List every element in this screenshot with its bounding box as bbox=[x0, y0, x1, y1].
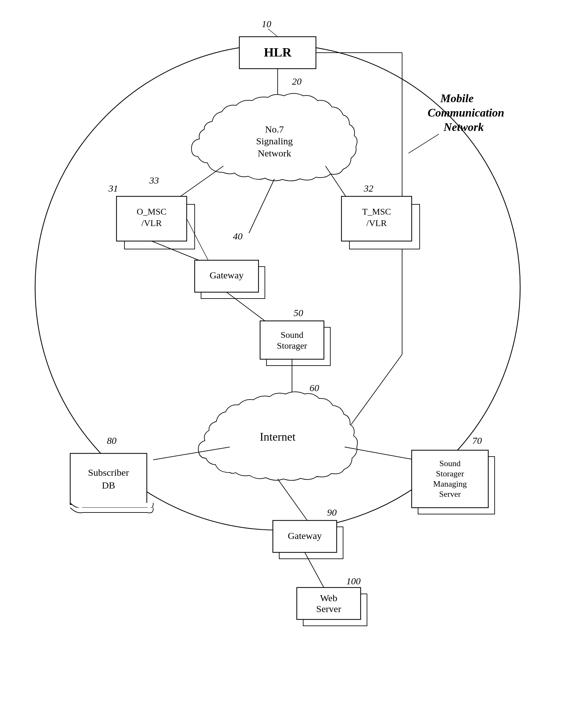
subdb-label-2: DB bbox=[102, 480, 115, 490]
subdb-box bbox=[70, 453, 147, 504]
ref-31: 31 bbox=[108, 183, 118, 193]
diagram-container: Mobile Communication Network 10 HLR 20 N… bbox=[0, 0, 584, 728]
sig-label-3: Network bbox=[258, 148, 291, 158]
ss50-label-1: Sound bbox=[281, 330, 303, 340]
internet-to-gw90 bbox=[277, 479, 310, 524]
ref-100: 100 bbox=[346, 576, 361, 586]
sig-label-1: No.7 bbox=[265, 124, 284, 134]
network-label-3: Network bbox=[443, 121, 484, 133]
ref-60: 60 bbox=[310, 383, 319, 393]
subdb-label-1: Subscriber bbox=[88, 467, 129, 478]
ref-80: 80 bbox=[107, 435, 116, 446]
ssms-label-4: Server bbox=[439, 490, 461, 499]
network-label-2: Communication bbox=[428, 106, 504, 119]
right-to-internet bbox=[351, 355, 402, 425]
ref-90: 90 bbox=[327, 507, 337, 518]
ss50-label-2: Storager bbox=[277, 341, 308, 350]
internet-label: Internet bbox=[260, 431, 295, 443]
cloud-to-gateway bbox=[249, 179, 274, 233]
network-label-arrow bbox=[408, 134, 439, 153]
ref-10-line bbox=[268, 29, 277, 37]
ref-33: 33 bbox=[149, 175, 159, 185]
ssms-label-3: Managing bbox=[433, 479, 467, 489]
ref-50: 50 bbox=[294, 308, 303, 318]
network-label: Mobile bbox=[440, 92, 474, 105]
omsc-label-2: /VLR bbox=[141, 218, 162, 228]
ws-label-1: Web bbox=[320, 593, 337, 603]
ssms-label-1: Sound bbox=[440, 459, 460, 468]
tmsc-label-1: T_MSC bbox=[362, 207, 391, 216]
gw90-label: Gateway bbox=[288, 530, 322, 541]
ssms-label-2: Storager bbox=[436, 469, 464, 478]
ws-label-2: Server bbox=[316, 603, 341, 614]
sig-label-2: Signaling bbox=[256, 136, 293, 146]
subdb-tab1 bbox=[70, 503, 153, 508]
hlr-label: HLR bbox=[264, 45, 292, 59]
ref-32: 32 bbox=[364, 183, 373, 193]
ref-10: 10 bbox=[262, 19, 271, 29]
ref-70: 70 bbox=[472, 435, 482, 446]
diagram-svg: Mobile Communication Network 10 HLR 20 N… bbox=[0, 0, 584, 728]
ref-40: 40 bbox=[233, 231, 242, 241]
ss50-box bbox=[260, 321, 324, 359]
omsc-label-1: O_MSC bbox=[137, 207, 166, 216]
gateway40-label: Gateway bbox=[210, 270, 244, 280]
tmsc-label-2: /VLR bbox=[366, 218, 387, 228]
subdb-tab2 bbox=[70, 508, 153, 513]
ref-20: 20 bbox=[292, 76, 301, 86]
